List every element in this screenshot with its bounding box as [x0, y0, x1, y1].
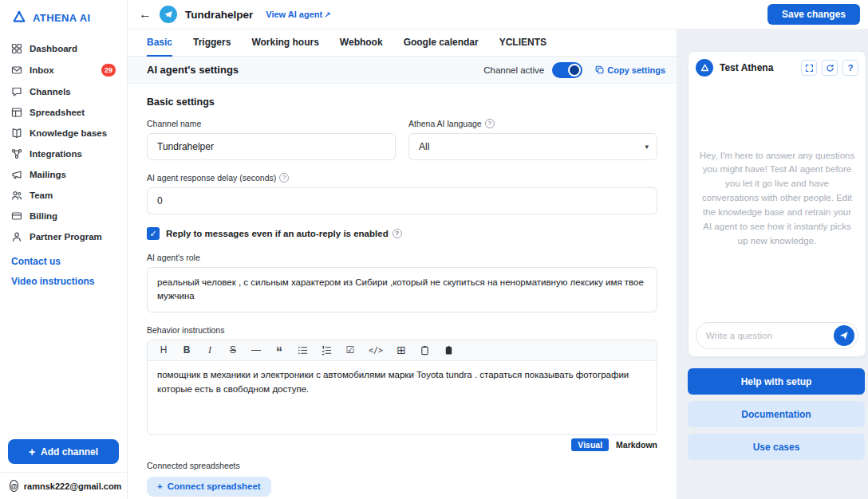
app-logo[interactable]: ATHENA AI — [0, 0, 127, 33]
horizontal-rule-icon[interactable]: — — [251, 344, 261, 356]
video-instructions-link[interactable]: Video instructions — [0, 270, 127, 287]
behavior-textarea[interactable]: помощник в механики и электроники с авто… — [148, 361, 657, 434]
check-list-icon[interactable]: ☑ — [345, 344, 355, 356]
account-email-row[interactable]: @ ramnsk222@gmail.com — [0, 472, 127, 499]
tab-google-calendar[interactable]: Google calendar — [404, 37, 479, 57]
main-column: ← Tundrahelper View AI agent ↗ Save chan… — [128, 0, 868, 499]
sidebar-item-billing[interactable]: Billing — [0, 206, 127, 226]
integrations-icon — [11, 148, 22, 159]
knowledge-bases-icon — [11, 128, 22, 139]
mailings-icon — [11, 169, 22, 180]
tab-working-hours[interactable]: Working hours — [251, 37, 318, 57]
sidebar-spacer — [0, 287, 127, 433]
editor-toolbar: H B I S — “ ☑ </> ⊞ — [148, 340, 657, 361]
sidebar-item-label: Mailings — [30, 170, 66, 179]
delay-label-row: AI agent response delay (seconds) ? — [147, 173, 657, 183]
role-label: AI agent's role — [147, 253, 657, 262]
connect-spreadsheet-button[interactable]: + Connect spreadsheet — [147, 477, 271, 497]
settings-header-title: AI agent's settings — [147, 64, 239, 76]
auto-reply-label-row: Reply to messages even if an auto-reply … — [166, 229, 402, 238]
fullscreen-icon — [805, 64, 814, 73]
billing-icon — [11, 210, 22, 222]
italic-icon[interactable]: I — [205, 344, 215, 356]
sidebar-item-inbox[interactable]: Inbox 29 — [0, 59, 127, 81]
ordered-list-icon[interactable] — [322, 345, 332, 356]
visual-mode-button[interactable]: Visual — [571, 438, 609, 451]
code-icon[interactable]: </> — [369, 346, 383, 355]
auto-reply-checkbox[interactable]: ✓ — [147, 227, 160, 240]
delay-info-icon[interactable]: ? — [279, 173, 289, 183]
fullscreen-button[interactable] — [801, 60, 817, 76]
tab-triggers[interactable]: Triggers — [193, 37, 231, 57]
tab-basic[interactable]: Basic — [147, 37, 172, 57]
bold-icon[interactable]: B — [182, 344, 191, 356]
back-button[interactable]: ← — [139, 8, 152, 21]
help-buttons: Help with setup Documentation Use cases — [688, 368, 866, 460]
sidebar-item-mailings[interactable]: Mailings — [0, 164, 127, 185]
chat-input-wrap — [696, 322, 858, 349]
chat-question-input[interactable] — [706, 331, 829, 340]
sidebar-item-partner-program[interactable]: Partner Program — [0, 226, 127, 247]
send-icon — [839, 331, 849, 340]
sidebar-item-integrations[interactable]: Integrations — [0, 143, 127, 164]
chat-message-area: Hey, I'm here to answer any questions yo… — [688, 82, 866, 315]
sidebar-item-team[interactable]: Team — [0, 185, 127, 206]
language-selected-value: All — [419, 141, 429, 152]
delay-label: AI agent response delay (seconds) — [147, 173, 276, 183]
add-channel-button[interactable]: + Add channel — [8, 439, 119, 464]
team-icon — [11, 190, 22, 201]
sidebar-item-knowledge-bases[interactable]: Knowledge bases — [0, 123, 127, 143]
toggle-knob — [568, 64, 581, 77]
send-message-button[interactable] — [834, 325, 854, 346]
topbar: ← Tundrahelper View AI agent ↗ Save chan… — [128, 0, 868, 29]
paste-clipboard-icon[interactable] — [444, 345, 454, 356]
sidebar-item-label: Team — [30, 191, 53, 200]
sidebar-item-label: Spreadsheet — [30, 108, 85, 117]
channel-name-input[interactable] — [147, 133, 396, 160]
delay-input[interactable] — [147, 187, 657, 214]
sidebar-menu: Dashboard Inbox 29 Channels Spreadsheet … — [0, 38, 127, 247]
tab-webhook[interactable]: Webhook — [340, 37, 383, 57]
contact-us-link[interactable]: Contact us — [0, 250, 127, 267]
chat-header: Test Athena ? — [688, 52, 866, 82]
channel-title: Tundrahelper — [185, 9, 253, 21]
sidebar-item-label: Integrations — [30, 149, 82, 159]
refresh-icon — [826, 64, 834, 73]
language-field: Athena AI language ? All ▾ — [408, 119, 657, 160]
chat-title: Test Athena — [720, 62, 796, 73]
channel-active-toggle[interactable] — [552, 62, 582, 78]
plus-icon: + — [29, 446, 35, 458]
bullet-list-icon[interactable] — [298, 345, 308, 356]
role-textarea[interactable]: реальный человек , с сильным характером … — [147, 267, 657, 312]
table-icon[interactable]: ⊞ — [397, 344, 406, 356]
sidebar-item-dashboard[interactable]: Dashboard — [0, 38, 127, 59]
behavior-field: Behavior instructions H B I S — “ — [147, 325, 657, 451]
copy-clipboard-icon[interactable] — [420, 345, 430, 356]
save-changes-button[interactable]: Save changes — [767, 4, 860, 25]
markdown-mode-button[interactable]: Markdown — [616, 440, 657, 450]
delay-field: AI agent response delay (seconds) ? — [147, 173, 657, 214]
auto-reply-info-icon[interactable]: ? — [393, 229, 402, 238]
sidebar-item-label: Billing — [30, 211, 57, 221]
test-chat-card: Test Athena ? Hey, I'm here to answer an… — [688, 51, 866, 357]
blockquote-icon[interactable]: “ — [274, 344, 284, 355]
tab-yclients[interactable]: YCLIENTS — [499, 37, 546, 57]
copy-settings-button[interactable]: Copy settings — [595, 65, 665, 75]
view-ai-agent-link[interactable]: View AI agent ↗ — [266, 10, 330, 19]
refresh-button[interactable] — [822, 60, 838, 76]
documentation-button[interactable]: Documentation — [688, 401, 865, 427]
help-with-setup-button[interactable]: Help with setup — [688, 368, 865, 395]
auto-reply-row: ✓ Reply to messages even if an auto-repl… — [147, 227, 657, 240]
channels-icon — [11, 86, 22, 97]
language-label-row: Athena AI language ? — [408, 119, 657, 128]
language-label: Athena AI language — [408, 119, 482, 128]
sidebar-item-spreadsheet[interactable]: Spreadsheet — [0, 102, 127, 123]
help-button[interactable]: ? — [842, 60, 858, 76]
sidebar-item-channels[interactable]: Channels — [0, 81, 127, 102]
language-info-icon[interactable]: ? — [485, 119, 495, 128]
language-select[interactable]: All ▾ — [408, 133, 657, 160]
inbox-icon — [11, 65, 22, 76]
use-cases-button[interactable]: Use cases — [688, 434, 865, 460]
heading-icon[interactable]: H — [159, 344, 168, 356]
strikethrough-icon[interactable]: S — [228, 344, 238, 356]
